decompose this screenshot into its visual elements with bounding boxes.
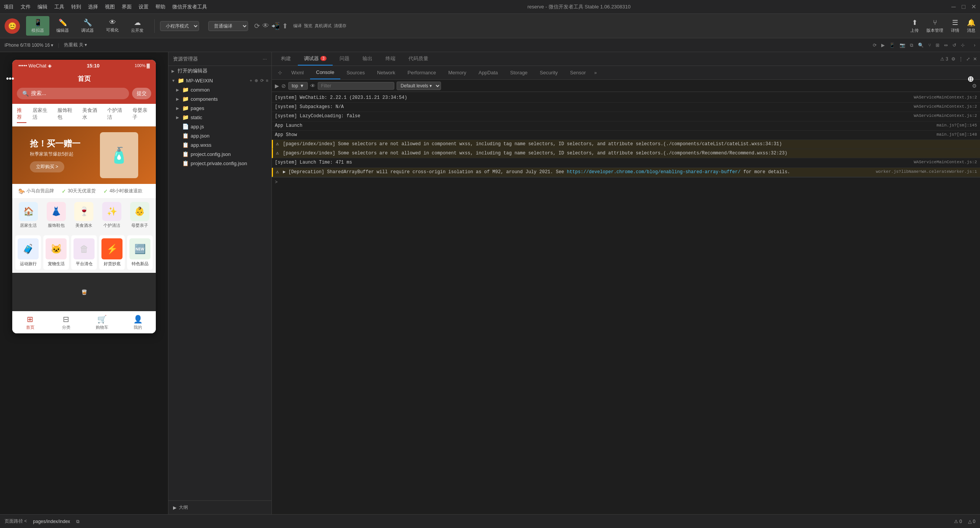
close-devtools-icon[interactable]: ✕ <box>973 56 977 62</box>
clear-console-icon[interactable]: ⊘ <box>281 83 286 89</box>
refresh-icon[interactable]: ⟳ <box>254 22 260 30</box>
menu-wechat-devtools[interactable]: 微信开发者工具 <box>172 3 207 10</box>
run-icon[interactable]: ▶ <box>275 83 279 89</box>
menu-project[interactable]: 项目 <box>4 3 14 10</box>
file-appjs[interactable]: 📄 app.js <box>168 122 271 131</box>
tab-build[interactable]: 构建 <box>275 52 297 66</box>
tab-console[interactable]: Console <box>310 66 341 79</box>
menu-goto[interactable]: 转到 <box>71 3 81 10</box>
tab-codequality[interactable]: 代码质量 <box>402 52 434 66</box>
search-icon[interactable]: 🔍 <box>918 43 924 48</box>
back-btn[interactable]: ••• <box>12 74 14 83</box>
menu-interface[interactable]: 界面 <box>122 3 132 10</box>
grid-item-3[interactable]: ✨ 个护清洁 <box>100 202 124 228</box>
tab-performance[interactable]: Performance <box>402 66 442 79</box>
log-location-4[interactable]: main.js?[sm]:148 <box>933 132 977 137</box>
tab-issues[interactable]: 问题 <box>333 52 356 66</box>
tab-memory[interactable]: Memory <box>442 66 472 79</box>
tab-wxml[interactable]: Wxml <box>285 66 310 79</box>
message-button[interactable]: 🔔 消息 <box>967 18 975 33</box>
arrow-right-sub[interactable]: › <box>974 43 975 48</box>
log-location-0[interactable]: WAServiceMainContext.js:2 <box>911 95 977 100</box>
phone-tab-5[interactable]: 母婴亲子 <box>132 107 151 123</box>
tab-sensor[interactable]: Sensor <box>564 66 592 79</box>
visual-button[interactable]: 👁 可视化 <box>101 16 124 36</box>
log-location-3[interactable]: main.js?[sm]:145 <box>933 123 977 128</box>
tab-security[interactable]: Security <box>534 66 564 79</box>
grid-item-1[interactable]: 👗 服饰鞋包 <box>44 202 69 228</box>
copy-path-icon[interactable]: ⧉ <box>76 519 80 524</box>
minimize-button[interactable]: ─ <box>951 4 956 10</box>
simulator-button[interactable]: 📱 模拟器 <box>26 16 49 36</box>
branch-icon[interactable]: ⑂ <box>928 43 931 48</box>
file-appjson[interactable]: 📋 app.json <box>168 131 271 140</box>
project-root[interactable]: ▼ 📁 MP-WEIXIN + ⊕ ⟳ ≡ <box>168 76 271 85</box>
product-item-0[interactable]: 🧳 运动旅行 <box>15 235 41 270</box>
folder-static[interactable]: ▶ 📁 static <box>168 113 271 122</box>
tab-debugger[interactable]: 调试器 3 <box>298 52 333 66</box>
hotarea-toggle[interactable]: 热重截 关 ▾ <box>64 42 87 48</box>
log-location-7[interactable]: WAServiceMainContext.js:2 <box>911 160 977 164</box>
more-tabs-icon[interactable]: » <box>592 70 599 75</box>
folder-components[interactable]: ▶ 📁 components <box>168 94 271 103</box>
log-location-1[interactable]: WAServiceMainContext.js:2 <box>911 104 977 109</box>
deploy-icon[interactable]: ⬆ <box>282 22 288 30</box>
upload-button[interactable]: ⬆ 上传 <box>910 18 919 33</box>
preview-eye-icon[interactable]: 👁 <box>262 22 269 30</box>
settings-icon[interactable]: ⚙ <box>951 56 956 62</box>
menu-help[interactable]: 帮助 <box>155 3 165 10</box>
phone-tab-0[interactable]: 推荐 <box>17 107 26 123</box>
resource-more-icon[interactable]: ··· <box>263 56 267 62</box>
phone-tab-4[interactable]: 个护清洁 <box>107 107 126 123</box>
context-selector[interactable]: top ▼ <box>288 82 308 90</box>
screenshot-icon[interactable]: 📷 <box>900 43 905 48</box>
tab-sources[interactable]: Sources <box>340 66 371 79</box>
tab-appdata[interactable]: AppData <box>472 66 504 79</box>
real-device-icon[interactable]: 📲 <box>271 22 280 30</box>
nav-home[interactable]: ⊞ 首页 <box>12 315 48 330</box>
tab-terminal[interactable]: 终端 <box>379 52 402 66</box>
tab-output[interactable]: 输出 <box>356 52 379 66</box>
menu-file[interactable]: 文件 <box>21 3 31 10</box>
nav-cart[interactable]: 🛒 购物车 <box>84 315 120 330</box>
add-folder-btn[interactable]: ⊕ <box>255 78 258 83</box>
tab-network[interactable]: Network <box>371 66 402 79</box>
menu-edit[interactable]: 编辑 <box>38 3 47 10</box>
folder-pages[interactable]: ▶ 📁 pages <box>168 103 271 113</box>
open-editors-section[interactable]: ▶ 打开的编辑器 <box>168 66 271 76</box>
phone-icon[interactable]: 📱 <box>889 43 895 48</box>
file-projectprivate[interactable]: 📋 project.private.config.json <box>168 159 271 168</box>
grid-icon[interactable]: ⊞ <box>936 43 939 48</box>
folder-common[interactable]: ▶ 📁 common <box>168 85 271 94</box>
cursor-icon[interactable]: ⊹ <box>961 43 965 48</box>
phone-tab-2[interactable]: 服饰鞋包 <box>57 107 76 123</box>
close-button[interactable]: ✕ <box>971 4 976 10</box>
refresh-tree-btn[interactable]: ⟳ <box>260 78 264 83</box>
collapse-tree-btn[interactable]: ≡ <box>266 78 268 83</box>
menu-select[interactable]: 选择 <box>88 3 98 10</box>
version-button[interactable]: ⑂ 版本管理 <box>926 19 943 33</box>
play-icon[interactable]: ▶ <box>881 43 885 48</box>
more-devtools-icon[interactable]: ⋮ <box>959 56 963 62</box>
product-item-3[interactable]: ⚡ 好货抄底 <box>99 235 125 270</box>
copy-icon[interactable]: ⧉ <box>910 43 913 48</box>
menu-settings[interactable]: 设置 <box>139 3 149 10</box>
filter-input[interactable] <box>318 82 394 90</box>
file-appwxss[interactable]: 📋 app.wxss <box>168 140 271 149</box>
product-item-1[interactable]: 🐱 宠物生活 <box>43 235 69 270</box>
console-input[interactable] <box>280 180 977 185</box>
menu-view[interactable]: 视图 <box>105 3 115 10</box>
rotate-icon[interactable]: ↺ <box>952 43 956 48</box>
expand-devtools-icon[interactable]: ⤢ <box>966 56 970 62</box>
phone-tab-1[interactable]: 居家生活 <box>33 107 51 123</box>
outline-panel[interactable]: ▶ 大纲 <box>168 500 271 514</box>
tab-storage[interactable]: Storage <box>504 66 534 79</box>
product-item-4[interactable]: 🆕 特色新品 <box>127 235 153 270</box>
log-location-2[interactable]: WAServiceMainContext.js:2 <box>911 113 977 118</box>
maximize-button[interactable]: □ <box>961 4 966 10</box>
detail-button[interactable]: ☰ 详情 <box>951 18 959 33</box>
menu-tools[interactable]: 工具 <box>54 3 64 10</box>
editor-button[interactable]: ✏️ 编辑器 <box>51 16 74 36</box>
log-location-8[interactable]: worker.js?libName=WA.celerateWorker.js:1 <box>873 169 977 174</box>
debugger-button[interactable]: 🔧 调试器 <box>76 16 99 36</box>
